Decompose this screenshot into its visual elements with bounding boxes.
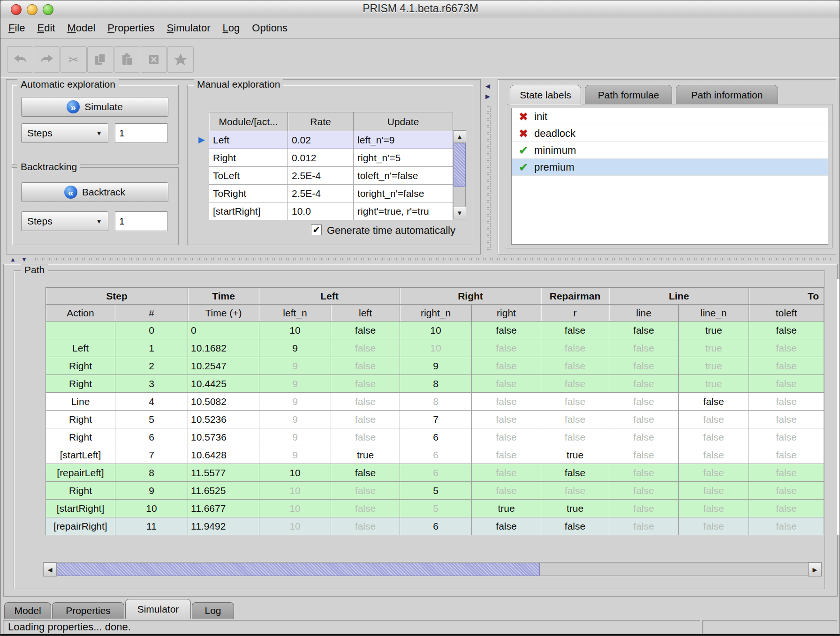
path-horizontal-scrollbar[interactable]: ◀ ▶: [43, 562, 821, 576]
path-vertical-scrollbar[interactable]: [837, 279, 840, 535]
path-cell: false: [749, 428, 824, 446]
path-col-header[interactable]: Action: [46, 305, 115, 322]
expand-down-icon[interactable]: ▼: [21, 256, 27, 262]
undo-icon[interactable]: [7, 46, 33, 73]
scroll-up-icon[interactable]: ▲: [453, 130, 466, 143]
scrollbar-thumb[interactable]: [57, 563, 540, 576]
path-col-header[interactable]: toleft: [749, 305, 824, 322]
path-row[interactable]: Right911.652510false5falsefalsefalsefals…: [46, 482, 824, 500]
path-cell: false: [749, 322, 824, 339]
generate-time-checkbox[interactable]: ✔: [311, 224, 322, 235]
path-cell: 11.6677: [188, 500, 259, 517]
path-col-header[interactable]: line_n: [679, 305, 749, 322]
tab-path-formulae[interactable]: Path formulae: [585, 85, 672, 105]
state-label-premium[interactable]: ✔premium: [512, 159, 828, 176]
tab-path-information[interactable]: Path information: [676, 85, 778, 105]
scrollbar-thumb[interactable]: [454, 143, 466, 187]
path-row[interactable]: [repairLeft]811.557710false6falsefalsefa…: [46, 464, 824, 482]
splitter-grip[interactable]: [487, 105, 491, 251]
menu-file[interactable]: File: [2, 22, 31, 34]
path-row[interactable]: [startRight]1011.667710false5truetruefal…: [46, 500, 824, 517]
state-label-deadlock[interactable]: ✖deadlock: [512, 125, 828, 142]
path-col-header[interactable]: Time (+): [188, 305, 259, 322]
path-group-header[interactable]: To: [749, 288, 824, 305]
redo-icon[interactable]: [34, 46, 60, 73]
path-cell: 10.1682: [188, 339, 259, 357]
manual-row[interactable]: Left0.02left_n'=9: [209, 131, 453, 149]
path-cell: false: [679, 482, 749, 500]
paste-icon[interactable]: [114, 46, 140, 73]
simulate-button[interactable]: » Simulate: [21, 97, 168, 117]
path-cell: false: [541, 411, 609, 428]
horizontal-splitter[interactable]: ▲ ▼: [6, 255, 835, 263]
menu-properties[interactable]: Properties: [101, 22, 160, 34]
path-group-header[interactable]: Time: [188, 288, 259, 305]
collapse-up-icon[interactable]: ▲: [10, 256, 16, 262]
simulate-steps-input[interactable]: [115, 123, 167, 143]
path-row[interactable]: Line410.50829false8falsefalsefalsefalsef…: [46, 393, 824, 411]
manual-col-header[interactable]: Update: [354, 112, 453, 131]
manual-row[interactable]: ToLeft2.5E-4toleft_n'=false: [209, 167, 453, 185]
path-group-header[interactable]: Step: [46, 288, 188, 305]
delete-icon[interactable]: [141, 46, 167, 73]
path-row[interactable]: Left110.16829false10falsefalsefalsetruef…: [46, 339, 824, 357]
tab-log[interactable]: Log: [192, 602, 234, 619]
manual-row[interactable]: [startRight]10.0right'=true, r'=tru: [209, 202, 453, 220]
path-col-header[interactable]: #: [115, 305, 188, 322]
path-cell: false: [331, 428, 400, 446]
path-col-header[interactable]: right_n: [400, 305, 472, 322]
scroll-left-icon[interactable]: ◀: [43, 562, 57, 576]
path-group-header[interactable]: Line: [609, 288, 749, 305]
path-col-header[interactable]: left: [331, 305, 400, 322]
tab-model[interactable]: Model: [4, 602, 51, 619]
manual-row[interactable]: ToRight2.5E-4toright_n'=false: [209, 185, 453, 202]
path-row[interactable]: Right210.25479false9falsefalsefalsetruef…: [46, 357, 824, 375]
path-row[interactable]: [startLeft]710.64289true6falsetruefalsef…: [46, 446, 824, 464]
backtrack-steps-dropdown[interactable]: Steps ▼: [21, 211, 108, 231]
manual-col-header[interactable]: Module/[act...: [209, 112, 288, 131]
chevron-down-icon: ▼: [96, 217, 102, 225]
path-col-header[interactable]: right: [472, 305, 541, 322]
path-col-header[interactable]: line: [609, 305, 679, 322]
menu-options[interactable]: Options: [246, 22, 294, 34]
scroll-down-icon[interactable]: ▼: [453, 207, 466, 219]
path-row[interactable]: Right310.44259false8falsefalsefalsetruef…: [46, 375, 824, 393]
path-row[interactable]: Right510.52369false7falsefalsefalsefalse…: [46, 411, 824, 428]
expand-right-icon[interactable]: ▶: [485, 93, 490, 99]
collapse-left-icon[interactable]: ◀: [485, 83, 490, 89]
path-col-header[interactable]: r: [541, 305, 609, 322]
menu-model[interactable]: Model: [61, 22, 101, 34]
path-group-header[interactable]: Repairman: [541, 288, 609, 305]
vertical-splitter[interactable]: ◀ ▶: [484, 79, 494, 254]
path-group-header-row: StepTimeLeftRightRepairmanLineTo: [46, 288, 824, 305]
scroll-right-icon[interactable]: ▶: [808, 562, 822, 576]
path-row[interactable]: 0010false10falsefalsefalsetruefalse: [46, 322, 824, 339]
path-cell: 7: [400, 411, 472, 428]
manual-table-scrollbar[interactable]: ▲ ▼: [453, 130, 466, 219]
path-group-header[interactable]: Left: [259, 288, 400, 305]
path-cell: false: [331, 339, 400, 357]
tab-simulator[interactable]: Simulator: [125, 599, 191, 619]
cut-icon[interactable]: ✂: [61, 46, 87, 73]
backtrack-steps-input[interactable]: [115, 211, 167, 231]
star-icon[interactable]: [167, 46, 194, 73]
menu-simulator[interactable]: Simulator: [161, 22, 217, 34]
path-row[interactable]: Right610.57369false6falsefalsefalsefalse…: [46, 428, 824, 446]
state-label-init[interactable]: ✖init: [512, 108, 828, 125]
path-group-header[interactable]: Right: [400, 288, 541, 305]
path-row[interactable]: [repairRight]1111.949210false6falsefalse…: [46, 517, 824, 535]
state-label-minimum[interactable]: ✔minimum: [512, 142, 828, 159]
splitter-grip[interactable]: [34, 258, 832, 261]
simulate-steps-dropdown[interactable]: Steps ▼: [21, 123, 108, 143]
path-col-header[interactable]: left_n: [259, 305, 331, 322]
menu-log[interactable]: Log: [217, 22, 246, 34]
path-cell: 5: [115, 411, 188, 428]
manual-col-header[interactable]: Rate: [288, 112, 354, 131]
copy-icon[interactable]: [87, 46, 114, 73]
tab-properties[interactable]: Properties: [52, 602, 124, 619]
tab-state-labels[interactable]: State labels: [510, 85, 581, 105]
backtrack-button[interactable]: « Backtrack: [21, 182, 168, 202]
path-cell: false: [609, 322, 679, 339]
manual-row[interactable]: Right0.012right_n'=5: [209, 149, 453, 167]
menu-edit[interactable]: Edit: [31, 22, 61, 34]
